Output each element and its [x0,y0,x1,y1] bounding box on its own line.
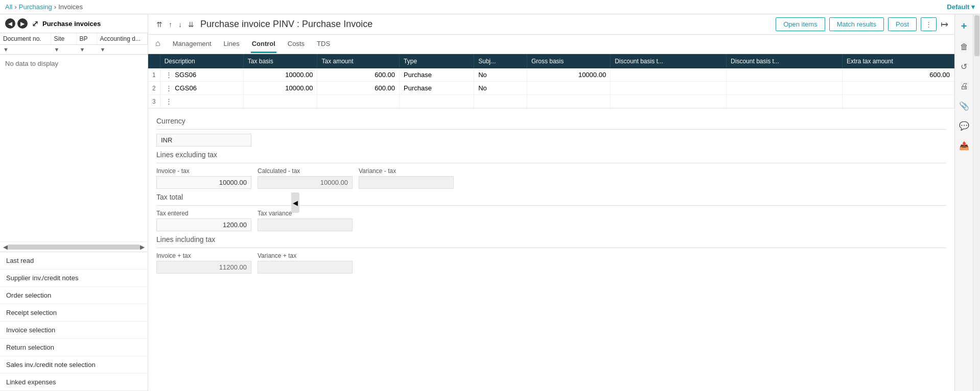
th-gross-basis: Gross basis [527,54,610,68]
row2-tax-amount: 600.00 [317,82,400,95]
nav-prev-btn[interactable]: ↑ [167,19,174,30]
more-options-button[interactable]: ⋮ [921,17,937,31]
row2-dots-btn[interactable]: ⋮ [165,84,173,92]
row1-dots-btn[interactable]: ⋮ [165,71,173,79]
row-num-2: 2 [148,82,160,95]
tab-tds[interactable]: TDS [316,36,331,53]
th-empty [148,54,160,68]
col-document-no: Document no. [0,33,51,44]
sidebar-title-text: Purchase invoices [42,20,101,28]
delete-icon[interactable]: 🗑 [958,40,970,54]
app: All › Purchasing › Invoices Default ▾ ◀ … [0,0,980,391]
th-disc1: Discount basis t... [611,54,727,68]
sidebar-bottom-menu: Last read Supplier inv./credit notes Ord… [0,252,148,391]
print-icon[interactable]: 🖨 [958,80,970,93]
th-tax-amount: Tax amount [317,54,400,68]
tax-form-row: Invoice - tax Calculated - tax Variance … [156,167,946,189]
sidebar-next-icon[interactable]: ▶ [17,18,28,29]
currency-input[interactable] [156,134,251,146]
row2-tax-basis: 10000.00 [243,82,317,95]
row3-tax-basis [243,95,317,108]
default-dropdown[interactable]: Default ▾ [947,3,975,11]
sidebar-item-invoice-selection[interactable]: Invoice selection [0,322,148,339]
breadcrumb-all[interactable]: All [5,3,12,11]
th-type: Type [400,54,474,68]
breadcrumb-sep1: › [14,3,16,11]
tab-costs[interactable]: Costs [287,36,306,53]
row3-subj [474,95,527,108]
scrollbar-thumb[interactable] [974,15,979,56]
th-description: Description [160,54,243,68]
sidebar-title-bar: ◀ ▶ ⤢ Purchase invoices [0,14,148,33]
row1-disc1 [611,68,727,82]
comment-icon[interactable]: 💬 [957,119,971,133]
tax-entered-input[interactable] [156,218,251,231]
filter-icon-4[interactable]: ▼ [97,45,148,54]
variance-tax-group: Variance - tax [359,167,454,189]
attach-icon[interactable]: 📎 [957,99,971,113]
sidebar-collapse-button[interactable]: ◀ [291,192,299,213]
lines-incl-divider [156,248,946,248]
row1-tax-amount: 600.00 [317,68,400,82]
tab-control[interactable]: Control [251,36,276,53]
filter-icon-1[interactable]: ▼ [0,45,51,54]
calculated-tax-label: Calculated - tax [258,167,353,175]
invoice-tax-input[interactable] [156,176,251,189]
sidebar-item-order-selection[interactable]: Order selection [0,287,148,304]
currency-section-label: Currency [156,117,946,125]
tab-lines[interactable]: Lines [223,36,241,53]
filter-icon-3[interactable]: ▼ [77,45,97,54]
row3-disc1 [611,95,727,108]
lines-excl-divider [156,163,946,163]
nav-arrows: ⇈ ↑ ↓ ⇊ [154,19,196,30]
sidebar-column-headers: Document no. Site BP Accounting d... [0,33,148,45]
scroll-right-arrow[interactable]: ▶ [140,243,145,251]
sidebar-item-last-read[interactable]: Last read [0,252,148,270]
vertical-scrollbar[interactable] [973,14,980,391]
sidebar-item-return-selection[interactable]: Return selection [0,339,148,356]
sidebar-item-sales-inv[interactable]: Sales inv./credit note selection [0,356,148,374]
tax-total-label: Tax total [156,193,946,201]
col-site: Site [51,33,77,44]
row3-dots-btn[interactable]: ⋮ [165,97,173,105]
post-button[interactable]: Post [888,17,917,31]
tax-total-row: Tax entered Tax variance [156,210,946,231]
tab-management[interactable]: Management [172,36,213,53]
row3-tax-amount [317,95,400,108]
open-items-button[interactable]: Open items [776,17,825,31]
row2-type: Purchase [400,82,474,95]
top-nav: All › Purchasing › Invoices Default ▾ [0,0,980,14]
sidebar-item-receipt-selection[interactable]: Receipt selection [0,304,148,322]
page-title: Purchase invoice PINV : Purchase Invoice [200,19,772,30]
nav-next-btn[interactable]: ↓ [176,19,184,30]
nav-last-btn[interactable]: ⇊ [186,19,196,30]
row3-disc2 [727,95,843,108]
scroll-left-arrow[interactable]: ◀ [3,243,8,251]
sidebar-horizontal-scroll[interactable]: ◀ ▶ [0,241,148,252]
row1-gross-basis: 10000.00 [527,68,610,82]
nav-first-btn[interactable]: ⇈ [154,19,165,30]
invoice-tax-group: Invoice - tax [156,167,251,189]
breadcrumb-invoices: Invoices [58,3,83,11]
match-results-button[interactable]: Match results [829,17,884,31]
sidebar-item-supplier-inv[interactable]: Supplier inv./credit notes [0,270,148,287]
sidebar-filter-row: ▼ ▼ ▼ ▼ [0,45,148,55]
sidebar-expand-icon[interactable]: ⤢ [32,19,38,29]
row1-disc2 [727,68,843,82]
right-panel: + 🗑 ↺ 🖨 📎 💬 📤 [954,14,973,391]
add-icon[interactable]: + [959,18,969,34]
filter-icon-2[interactable]: ▼ [51,45,77,54]
scroll-track[interactable] [8,245,140,250]
sidebar-prev-icon[interactable]: ◀ [5,18,15,29]
breadcrumb-purchasing[interactable]: Purchasing [19,3,52,11]
main-layout: ◀ ▶ ⤢ Purchase invoices Document no. Sit… [0,14,980,391]
main-content: ⇈ ↑ ↓ ⇊ Purchase invoice PINV : Purchase… [148,14,954,391]
row1-extra-tax: 600.00 [843,68,954,82]
tab-home[interactable]: ⌂ [154,35,161,54]
export-icon[interactable]: 📤 [957,139,971,153]
refresh-icon[interactable]: ↺ [959,60,969,74]
export-button[interactable]: ↦ [941,19,948,30]
sidebar-item-linked-expenses[interactable]: Linked expenses [0,374,148,391]
variance-plus-tax-group: Variance + tax [258,252,353,274]
tax-table-container: Description Tax basis Tax amount Type Su… [148,54,954,108]
